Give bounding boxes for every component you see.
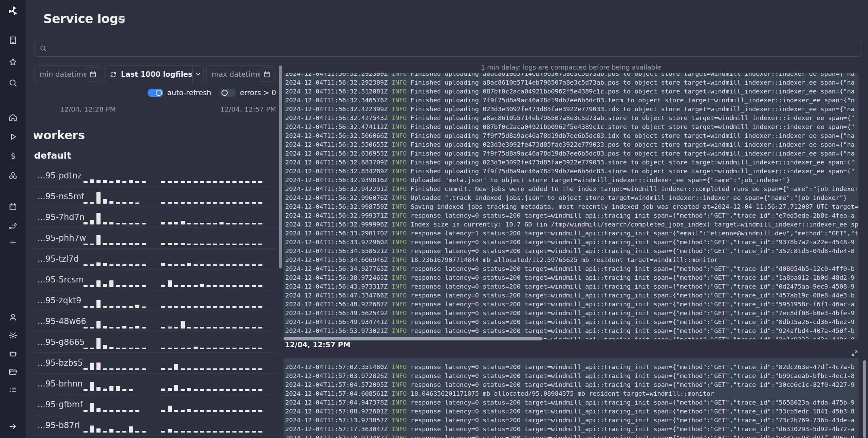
activity-bar — [129, 285, 133, 287]
activity-bar — [207, 264, 211, 266]
activity-bar — [90, 306, 94, 308]
activity-bar — [245, 348, 249, 349]
schedules-calendar-icon[interactable] — [9, 202, 17, 211]
log-timestamp: 2024-12-04T11:57:04.608561Z — [285, 390, 388, 397]
log-message: response latency=0 status=200 target=win… — [411, 238, 855, 246]
activity-bar — [245, 431, 249, 433]
activity-bar — [83, 181, 88, 183]
info-icon[interactable] — [118, 16, 125, 24]
errors-toggle[interactable] — [220, 89, 236, 97]
log-message: Saving indexed jobs tracking metadata, m… — [411, 203, 858, 210]
activity-bar — [161, 222, 165, 224]
gear-icon[interactable] — [9, 331, 17, 340]
log-timestamp: 2024-12-04T11:56:38.972463Z — [285, 274, 388, 281]
worker-row[interactable]: ...95-g8665 — [34, 332, 276, 353]
activity-bar — [116, 368, 120, 370]
activity-bar — [194, 410, 198, 412]
dropdown-chevron-button[interactable] — [193, 71, 203, 78]
worker-row[interactable]: ...95-phh7w — [34, 228, 276, 249]
log-message: response latency=1 status=200 target=win… — [411, 230, 858, 237]
home-icon[interactable] — [9, 113, 17, 122]
log-message: response latency=0 status=200 target=win… — [411, 363, 855, 370]
worker-row[interactable]: ...95-gfbmf — [34, 394, 276, 415]
runs-play-icon[interactable] — [9, 132, 17, 141]
log-panel-bottom[interactable]: 2024-12-04T11:57:02.351480Z INFO respons… — [284, 358, 858, 438]
worker-row[interactable]: ...95-7hd7n — [34, 207, 276, 228]
activity-bar — [239, 223, 243, 224]
activity-bar — [116, 264, 120, 266]
activity-bar — [258, 389, 262, 391]
log-lines-top: 2024-12-04T11:56:32.292389Z INFO Finishe… — [285, 73, 858, 339]
log-level: INFO — [388, 176, 411, 184]
star-icon[interactable] — [9, 58, 17, 67]
left-panel-scrollbar[interactable] — [279, 65, 282, 268]
log-level: INFO — [388, 105, 411, 113]
activity-bar — [232, 368, 237, 370]
min-datetime-placeholder: min datetime — [40, 70, 86, 78]
worker-row[interactable]: ...95-brhnn — [34, 374, 276, 394]
activity-bar — [122, 223, 126, 224]
workers-heading: workers — [34, 128, 276, 142]
worker-row[interactable]: ...95-ns5mf — [34, 186, 276, 207]
activity-bar — [194, 285, 198, 287]
log-line: 2024-12-04T11:57:13.973057Z INFO respons… — [285, 416, 858, 425]
max-datetime-input[interactable]: max datetime — [206, 65, 276, 83]
log-message: Finished uploading a8ac8610b5714eb796507… — [411, 114, 855, 121]
activity-bar — [258, 223, 262, 224]
auto-refresh-toggle[interactable] — [148, 89, 163, 97]
activity-bar — [96, 387, 101, 391]
route-icon[interactable] — [9, 222, 17, 231]
worker-name: ...95-bzbs5 — [37, 358, 83, 368]
log-timestamp: 2024-12-04T11:56:34.927765Z — [285, 265, 388, 272]
activity-bar — [226, 181, 230, 183]
dollar-icon[interactable] — [9, 152, 17, 161]
worker-row[interactable]: ...95-bzbs5 — [34, 353, 276, 374]
activity-bar — [96, 235, 101, 245]
activity-bar — [161, 327, 165, 328]
worker-row[interactable]: ...95-pdtnz — [34, 165, 276, 186]
activity-bar — [245, 389, 249, 391]
activity-bar — [135, 305, 139, 308]
activity-bar — [174, 364, 178, 370]
collapse-arrow-icon[interactable] — [9, 422, 17, 431]
activity-bar — [187, 431, 191, 433]
log-message: Finished uploading a8ac8610b5714eb796507… — [411, 73, 855, 77]
log-message: response latency=0 status=200 target=win… — [411, 327, 855, 334]
page-scrollbar[interactable] — [863, 360, 866, 438]
log-message: Finished uploading 023d3e3092fe473d85fae… — [411, 159, 855, 166]
folder-icon[interactable] — [9, 367, 17, 376]
log-timestamp: 2024-12-04T11:56:32.422399Z — [285, 105, 388, 113]
search-input[interactable] — [34, 40, 862, 57]
list-icon[interactable] — [9, 385, 17, 394]
worker-row[interactable]: ...95-zqkt9 — [34, 290, 276, 311]
max-datetime-calendar-button[interactable] — [260, 67, 274, 82]
resources-cubes-icon[interactable] — [9, 171, 17, 180]
min-datetime-calendar-button[interactable] — [86, 67, 100, 82]
activity-bar — [213, 431, 217, 433]
activity-bar — [168, 306, 172, 308]
activity-bar — [96, 321, 101, 328]
plus-icon[interactable] — [9, 238, 17, 247]
log-line: 2024-12-04T11:57:04.608561Z INFO 18.0463… — [285, 389, 858, 398]
robot-icon[interactable] — [9, 349, 17, 358]
windmill-logo-icon[interactable] — [7, 5, 19, 17]
logfiles-dropdown[interactable]: Last 1000 logfiles — [105, 65, 203, 83]
log-line: 2024-12-04T11:56:47.334766Z INFO respons… — [285, 291, 858, 300]
activity-bar — [219, 348, 224, 349]
log-line: 2024-12-04T11:56:53.973021Z INFO respons… — [285, 326, 858, 335]
worker-row[interactable]: ...95-tzl7d — [34, 249, 276, 269]
worker-row[interactable]: ...95-b87rl — [34, 415, 276, 436]
activity-bar — [207, 410, 211, 412]
expand-icon[interactable] — [851, 350, 858, 357]
building-icon[interactable] — [9, 36, 17, 45]
activity-bar — [200, 181, 204, 183]
search-nav-icon[interactable] — [9, 78, 17, 87]
user-icon[interactable] — [9, 313, 17, 322]
worker-row[interactable]: ...95-5rcsm — [34, 269, 276, 290]
min-datetime-input[interactable]: min datetime — [34, 65, 102, 83]
worker-row[interactable]: ...95-48w66 — [34, 311, 276, 332]
log-line: 2024-12-04T11:56:32.422399Z INFO Finishe… — [285, 105, 858, 114]
horizontal-scrollbar[interactable] — [284, 337, 543, 340]
log-panel-top[interactable]: 2024-12-04T11:56:32.292389Z INFO Finishe… — [284, 73, 858, 339]
log-line: 2024-12-04T11:56:49.934741Z INFO respons… — [285, 318, 858, 326]
